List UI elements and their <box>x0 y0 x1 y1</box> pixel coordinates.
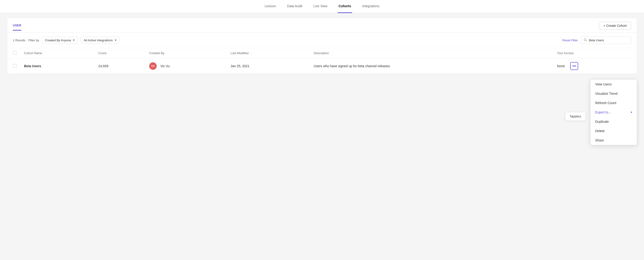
cohort-name[interactable]: Beta Users <box>24 64 41 68</box>
nav-item-integrations[interactable]: Integrations <box>362 0 380 13</box>
cohort-name-cell: Beta Users <box>20 58 94 74</box>
row-checkbox-cell <box>7 58 20 74</box>
results-count: 1 Results <box>13 38 26 42</box>
col-header-access: Your Access <box>554 48 637 58</box>
create-cohort-button[interactable]: + Create Cohort <box>599 22 631 30</box>
filter-by-label: Filter by <box>28 38 39 42</box>
nav-item-live-view[interactable]: Live View <box>312 0 328 13</box>
chevron-down-icon <box>115 40 116 41</box>
cohorts-table: Cohort Name Count Created By Last Modifi… <box>7 48 637 74</box>
access-label: None <box>557 64 565 68</box>
svg-line-1 <box>586 40 587 42</box>
select-all-header <box>7 48 20 58</box>
cohort-access-cell: None ••• <box>554 58 637 74</box>
col-header-count: Count <box>94 48 146 58</box>
nav-item-lexicon[interactable]: Lexicon <box>264 0 277 13</box>
reset-filter-button[interactable]: Reset Filter <box>562 38 578 42</box>
nav-item-data-audit[interactable]: Data Audit <box>286 0 303 13</box>
created-by-filter[interactable]: Created By Anyone <box>42 37 78 44</box>
card-header: USER + Create Cohort <box>7 18 637 33</box>
avatar: VV <box>149 62 157 70</box>
cohort-created-by-cell: VV Vic Vu <box>146 58 227 74</box>
main-content: USER + Create Cohort 1 Results Filter by… <box>0 13 644 79</box>
chevron-down-icon <box>73 40 75 41</box>
integrations-filter-label: All Active Integrations <box>84 38 112 42</box>
filters-row: 1 Results Filter by Created By Anyone Al… <box>7 33 637 48</box>
table-row: Beta Users 24,939 VV Vic Vu Jan 25, 2021… <box>7 58 637 74</box>
cohort-count-cell: 24,939 <box>94 58 146 74</box>
more-options-button[interactable]: ••• <box>570 62 578 70</box>
search-container <box>581 36 631 44</box>
search-icon <box>584 38 587 42</box>
created-by-name: Vic Vu <box>160 64 170 68</box>
cohort-last-modified-cell: Jan 25, 2021 <box>227 58 310 74</box>
tab-user[interactable]: USER <box>13 24 21 30</box>
col-header-last-modified[interactable]: Last Modified ↕ <box>227 48 310 58</box>
cohort-description-cell: Users who have signed up for beta channe… <box>310 58 554 74</box>
search-input[interactable] <box>589 38 628 42</box>
select-all-checkbox[interactable] <box>13 51 16 54</box>
col-header-name: Cohort Name <box>20 48 94 58</box>
table-header-row: Cohort Name Count Created By Last Modifi… <box>7 48 637 58</box>
sort-icon: ↕ <box>250 52 252 54</box>
top-navigation: Lexicon Data Audit Live View Cohorts Int… <box>0 0 644 13</box>
col-header-description: Description <box>310 48 554 58</box>
nav-item-cohorts[interactable]: Cohorts <box>338 0 352 13</box>
created-by-filter-label: Created By Anyone <box>45 38 71 42</box>
row-checkbox[interactable] <box>13 64 16 68</box>
col-header-created-by: Created By <box>146 48 227 58</box>
cohorts-card: USER + Create Cohort 1 Results Filter by… <box>7 18 637 74</box>
integrations-filter[interactable]: All Active Integrations <box>80 37 119 44</box>
